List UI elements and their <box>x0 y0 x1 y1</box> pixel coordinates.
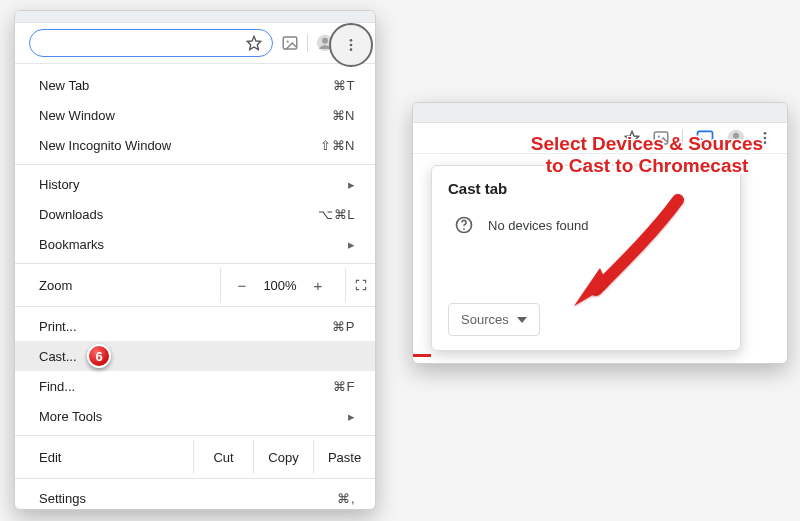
menu-label: History <box>39 177 340 192</box>
more-vert-icon[interactable] <box>757 130 773 146</box>
menu-separator <box>15 478 375 479</box>
menu-zoom: Zoom − 100% + <box>15 268 375 302</box>
cast-status-text: No devices found <box>488 218 588 233</box>
menu-shortcut: ⌘T <box>333 78 355 93</box>
menu-label: Settings <box>39 491 337 506</box>
image-icon[interactable] <box>652 129 670 147</box>
more-menu-button-highlight <box>329 23 373 67</box>
menu-more-tools[interactable]: More Tools ▸ <box>15 401 375 431</box>
menu-downloads[interactable]: Downloads ⌥⌘L <box>15 199 375 229</box>
svg-point-6 <box>350 44 353 47</box>
menu-edit: Edit Cut Copy Paste <box>15 440 375 474</box>
toolbar <box>413 123 787 154</box>
menu-shortcut: ⌘, <box>337 491 355 506</box>
svg-point-12 <box>733 133 739 139</box>
annotation-underline <box>413 354 431 357</box>
menu-label: Edit <box>15 440 193 474</box>
chevron-right-icon: ▸ <box>348 237 355 252</box>
menu-history[interactable]: History ▸ <box>15 169 375 199</box>
menu-find[interactable]: Find... ⌘F <box>15 371 375 401</box>
sources-dropdown[interactable]: Sources <box>448 303 540 336</box>
cast-icon[interactable] <box>695 128 715 148</box>
menu-cast[interactable]: Cast... 6 <box>15 341 375 371</box>
more-vert-icon[interactable] <box>343 37 359 53</box>
menu-label: Bookmarks <box>39 237 340 252</box>
cast-status-row: No devices found <box>448 215 724 235</box>
zoom-value: 100% <box>261 278 299 293</box>
zoom-in-button[interactable]: + <box>311 277 325 294</box>
svg-point-14 <box>764 137 767 140</box>
window-titlebar <box>15 11 375 23</box>
menu-separator <box>15 164 375 165</box>
fullscreen-icon[interactable] <box>345 268 375 302</box>
menu-settings[interactable]: Settings ⌘, <box>15 483 375 513</box>
help-icon[interactable] <box>454 215 474 235</box>
svg-marker-8 <box>625 131 638 144</box>
menu-label: Print... <box>39 319 332 334</box>
menu-separator <box>15 263 375 264</box>
menu-separator <box>15 435 375 436</box>
svg-point-4 <box>322 38 328 44</box>
window-titlebar <box>413 103 787 123</box>
edit-copy-button[interactable]: Copy <box>253 440 313 474</box>
cast-popup-title: Cast tab <box>448 180 724 197</box>
menu-shortcut: ⌘N <box>332 108 355 123</box>
chrome-menu-panel: New Tab ⌘T New Window ⌘N New Incognito W… <box>14 10 376 510</box>
svg-point-17 <box>463 228 465 230</box>
menu-label: Downloads <box>39 207 318 222</box>
svg-point-7 <box>350 48 353 51</box>
svg-point-2 <box>287 40 289 42</box>
menu-shortcut: ⌘F <box>333 379 355 394</box>
menu-help[interactable]: Help ▸ <box>15 513 375 521</box>
menu-print[interactable]: Print... ⌘P <box>15 311 375 341</box>
step-badge-6: 6 <box>87 344 111 368</box>
image-icon[interactable] <box>281 34 299 52</box>
menu-bookmarks[interactable]: Bookmarks ▸ <box>15 229 375 259</box>
cast-popup: Cast tab No devices found Sources <box>431 165 741 351</box>
menu-label: New Incognito Window <box>39 138 320 153</box>
toolbar <box>15 23 375 64</box>
toolbar-separator <box>682 129 683 147</box>
menu-label: Zoom <box>15 278 220 293</box>
chevron-right-icon: ▸ <box>348 177 355 192</box>
edit-paste-button[interactable]: Paste <box>313 440 375 474</box>
profile-icon[interactable] <box>727 129 745 147</box>
menu-label: New Tab <box>39 78 333 93</box>
toolbar-separator <box>307 34 308 52</box>
star-icon[interactable] <box>624 130 640 146</box>
caret-down-icon <box>517 317 527 323</box>
svg-rect-9 <box>654 132 668 144</box>
svg-rect-1 <box>283 37 297 49</box>
cast-popup-panel: Cast tab No devices found Sources <box>412 102 788 364</box>
sources-label: Sources <box>461 312 509 327</box>
chevron-right-icon: ▸ <box>348 409 355 424</box>
menu-label: More Tools <box>39 409 340 424</box>
svg-point-5 <box>350 39 353 42</box>
menu-shortcut: ⌘P <box>332 319 355 334</box>
menu-new-window[interactable]: New Window ⌘N <box>15 100 375 130</box>
menu-separator <box>15 306 375 307</box>
menu-new-incognito[interactable]: New Incognito Window ⇧⌘N <box>15 130 375 160</box>
overflow-menu: New Tab ⌘T New Window ⌘N New Incognito W… <box>15 64 375 521</box>
menu-new-tab[interactable]: New Tab ⌘T <box>15 70 375 100</box>
svg-marker-0 <box>247 36 260 49</box>
address-bar[interactable] <box>29 29 273 57</box>
menu-label: New Window <box>39 108 332 123</box>
edit-cut-button[interactable]: Cut <box>193 440 253 474</box>
svg-point-10 <box>658 135 660 137</box>
svg-point-15 <box>764 141 767 144</box>
star-icon[interactable] <box>246 35 262 51</box>
menu-label: Find... <box>39 379 333 394</box>
svg-point-13 <box>764 132 767 135</box>
zoom-out-button[interactable]: − <box>235 277 249 294</box>
menu-shortcut: ⇧⌘N <box>320 138 355 153</box>
menu-shortcut: ⌥⌘L <box>318 207 355 222</box>
